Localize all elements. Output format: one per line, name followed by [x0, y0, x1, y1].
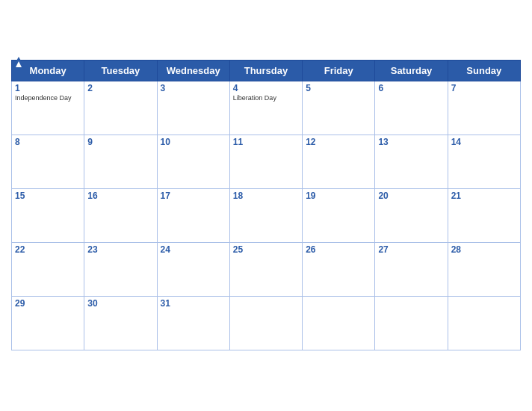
day-number: 16	[87, 191, 153, 201]
day-number: 4	[233, 83, 299, 93]
calendar-day-cell: 26	[303, 243, 375, 297]
day-number: 27	[378, 244, 444, 255]
day-number: 24	[161, 244, 226, 255]
calendar-day-cell: 22	[12, 243, 84, 297]
day-number: 8	[15, 137, 81, 147]
calendar-day-cell: 7	[448, 81, 520, 135]
day-number: 6	[378, 83, 444, 93]
day-number: 22	[15, 244, 81, 255]
day-number: 11	[233, 137, 299, 147]
day-number: 10	[161, 137, 226, 147]
day-number: 18	[233, 191, 299, 201]
calendar-week-row: 15161718192021	[12, 189, 521, 243]
calendar-day-cell: 20	[375, 189, 448, 243]
header-friday: Friday	[303, 61, 375, 81]
holiday-label: Independence Day	[15, 94, 81, 102]
calendar-day-cell: 5	[303, 81, 375, 135]
calendar-day-cell: 4Liberation Day	[229, 81, 302, 135]
day-number: 17	[161, 191, 226, 201]
calendar-day-cell	[375, 297, 448, 350]
calendar-day-cell: 13	[375, 135, 448, 189]
calendar-day-cell: 11	[229, 135, 302, 189]
calendar-day-cell: 18	[229, 189, 302, 243]
calendar-day-cell: 15	[12, 189, 84, 243]
header-sunday: Sunday	[448, 61, 520, 81]
calendar-day-cell: 10	[157, 135, 229, 189]
day-number: 3	[161, 83, 226, 93]
logo-icon	[13, 57, 25, 67]
header-thursday: Thursday	[229, 61, 302, 81]
day-number: 12	[306, 137, 371, 147]
calendar-day-cell: 14	[448, 135, 520, 189]
day-number: 20	[378, 191, 444, 201]
logo-row	[11, 57, 25, 67]
day-number: 29	[15, 298, 81, 309]
day-number: 25	[233, 244, 299, 255]
calendar-week-row: 293031	[12, 297, 521, 350]
calendar-day-cell	[448, 297, 520, 350]
calendar-day-cell: 3	[157, 81, 229, 135]
calendar-day-cell: 24	[157, 243, 229, 297]
calendar-day-cell: 2	[84, 81, 157, 135]
calendar-day-cell: 31	[157, 297, 229, 350]
calendar-day-cell: 17	[157, 189, 229, 243]
day-number: 7	[451, 83, 517, 93]
header-saturday: Saturday	[375, 61, 448, 81]
day-number: 23	[87, 244, 153, 255]
calendar-day-cell: 6	[375, 81, 448, 135]
calendar-day-cell: 16	[84, 189, 157, 243]
calendar-week-row: 22232425262728	[12, 243, 521, 297]
day-number: 1	[15, 83, 81, 93]
calendar-day-cell: 19	[303, 189, 375, 243]
calendar-day-cell: 9	[84, 135, 157, 189]
day-number: 21	[451, 191, 517, 201]
calendar-day-cell	[229, 297, 302, 350]
calendar-day-cell: 29	[12, 297, 84, 350]
day-number: 31	[161, 298, 226, 309]
calendar-container: Monday Tuesday Wednesday Thursday Friday…	[0, 49, 532, 362]
day-number: 5	[306, 83, 371, 93]
calendar-day-cell: 1Independence Day	[12, 81, 84, 135]
calendar-day-cell: 28	[448, 243, 520, 297]
day-number: 2	[87, 83, 153, 93]
day-number: 26	[306, 244, 371, 255]
day-number: 9	[87, 137, 153, 147]
logo	[11, 57, 25, 67]
calendar-day-cell	[303, 297, 375, 350]
holiday-label: Liberation Day	[233, 94, 299, 102]
header-tuesday: Tuesday	[84, 61, 157, 81]
day-number: 19	[306, 191, 371, 201]
day-number: 15	[15, 191, 81, 201]
calendar-day-cell: 25	[229, 243, 302, 297]
calendar-week-row: 1Independence Day234Liberation Day567	[12, 81, 521, 135]
calendar-week-row: 891011121314	[12, 135, 521, 189]
day-number: 13	[378, 137, 444, 147]
header-wednesday: Wednesday	[157, 61, 229, 81]
calendar-day-cell: 21	[448, 189, 520, 243]
day-number: 28	[451, 244, 517, 255]
calendar-day-cell: 8	[12, 135, 84, 189]
calendar-day-cell: 30	[84, 297, 157, 350]
day-number: 14	[451, 137, 517, 147]
calendar-day-cell: 23	[84, 243, 157, 297]
day-number: 30	[87, 298, 153, 309]
weekday-header-row: Monday Tuesday Wednesday Thursday Friday…	[12, 61, 521, 81]
calendar-day-cell: 27	[375, 243, 448, 297]
calendar-day-cell: 12	[303, 135, 375, 189]
calendar-table: Monday Tuesday Wednesday Thursday Friday…	[11, 60, 521, 350]
